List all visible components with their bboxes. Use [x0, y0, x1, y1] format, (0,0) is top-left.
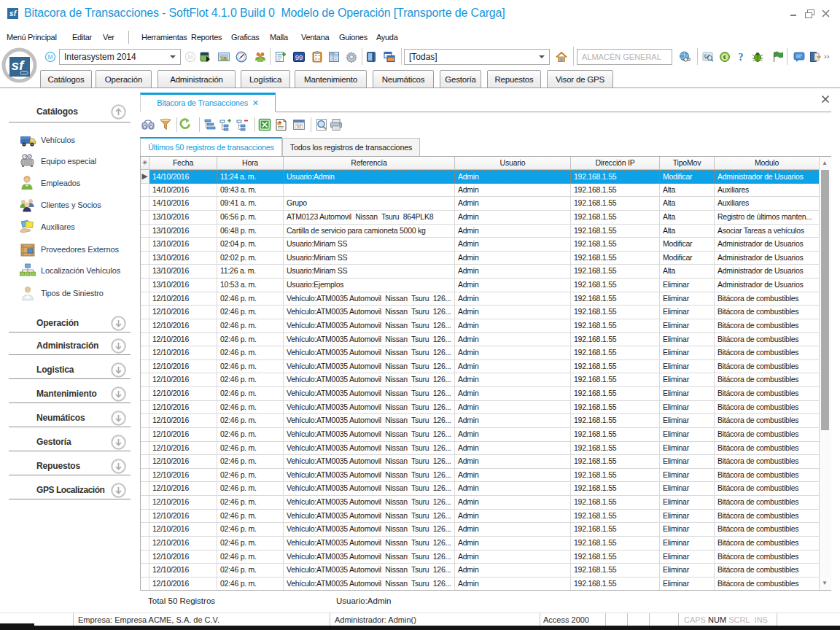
svg-text:?: ?: [739, 52, 744, 63]
svg-text:TxT: TxT: [296, 125, 302, 128]
svg-text:99: 99: [295, 53, 303, 61]
svg-text:M: M: [47, 53, 52, 61]
svg-text:M: M: [187, 53, 192, 61]
svg-text:sf: sf: [9, 9, 18, 18]
svg-text:€: €: [723, 54, 727, 61]
svg-text:sf: sf: [12, 58, 26, 73]
